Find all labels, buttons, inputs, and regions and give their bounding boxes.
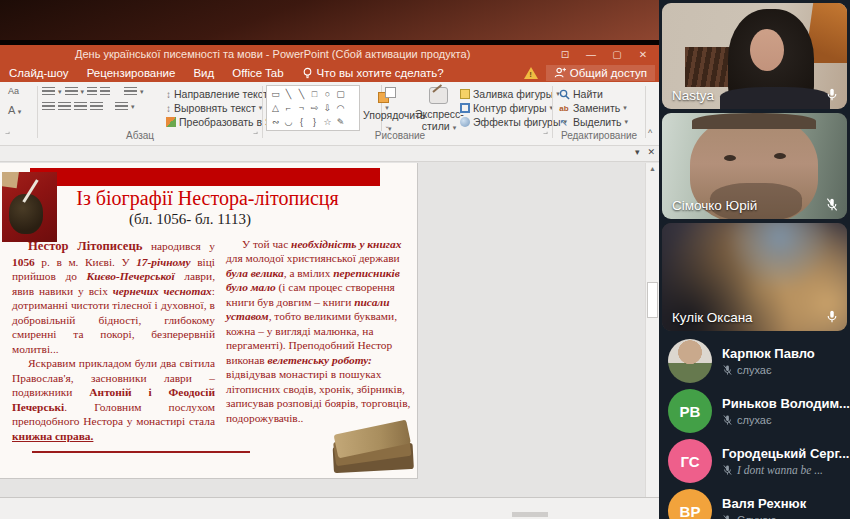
shape-icon[interactable]: ▭ xyxy=(269,88,282,101)
shape-icon[interactable]: ∾ xyxy=(269,116,282,129)
participant-name: Карпюк Павло xyxy=(722,346,815,361)
align-text-icon: ↕ xyxy=(166,103,171,114)
participant-list-item[interactable]: ГС Городецький Серг... I dont wanna be .… xyxy=(659,436,850,486)
justify-icon[interactable] xyxy=(90,102,103,112)
notes-pane[interactable] xyxy=(0,497,659,519)
participant-name: Риньков Володим... xyxy=(722,396,844,411)
shape-icon[interactable]: ◠ xyxy=(334,102,347,115)
shape-effects-icon xyxy=(460,117,470,127)
shape-icon[interactable]: ⌐ xyxy=(282,102,295,115)
slide-subtitle[interactable]: (бл. 1056- бл. 1113) xyxy=(25,211,355,228)
slide-left-column[interactable]: Нестор Літописець народився у 1056 р. в … xyxy=(12,239,215,443)
shape-effects-label: Эффекты фигуры xyxy=(473,116,561,128)
editing-group-label: Редактирование xyxy=(556,130,642,141)
tell-me-box[interactable]: Что вы хотите сделать? xyxy=(293,67,453,79)
messagebar-close-icon[interactable]: ✕ xyxy=(647,147,655,157)
arrange-button[interactable]: Упорядочить xyxy=(363,109,419,121)
select-button[interactable]: ↖ Выделить ▾ xyxy=(558,116,628,128)
menu-tab[interactable]: Рецензирование xyxy=(78,67,185,79)
shape-icon[interactable]: ╲ xyxy=(282,88,295,101)
close-icon[interactable]: ✕ xyxy=(635,49,651,60)
avatar-initials: ВР xyxy=(680,503,701,519)
ribbon-display-options-icon[interactable]: ⊡ xyxy=(557,49,573,60)
shape-icon[interactable]: ○ xyxy=(321,88,334,101)
line-spacing-icon[interactable] xyxy=(124,87,137,97)
shapes-gallery[interactable]: ▭╲╲□○▢△⌐¬⇨⇩◠∾◡{}☆✎ xyxy=(266,85,360,131)
divider xyxy=(262,86,263,138)
warning-exclamation: ! xyxy=(529,70,532,79)
participant-list-item[interactable]: ВР Валя Рехнюк Слухаю xyxy=(659,486,850,519)
collapse-ribbon-icon[interactable]: ^ xyxy=(648,128,652,138)
slide-right-column[interactable]: У той час необхідність у книгах для моло… xyxy=(226,237,415,425)
vertical-scrollbar[interactable]: ▲ xyxy=(645,163,659,497)
slide-title[interactable]: Із біографії Нестора-літописця xyxy=(25,187,390,210)
horizontal-scrollbar-thumb[interactable] xyxy=(512,512,548,517)
shape-icon[interactable]: ¬ xyxy=(295,102,308,115)
shape-icon[interactable]: ⇨ xyxy=(308,102,321,115)
person-icon xyxy=(554,67,566,79)
ribbon: Aa A ▾ ⌐ ▾ ▾ ▾ ▾ ↕ xyxy=(0,82,659,146)
shape-icon[interactable]: ⇩ xyxy=(321,102,334,115)
participant-name: Городецький Серг... xyxy=(722,446,844,461)
scroll-up-icon[interactable]: ▲ xyxy=(646,165,659,172)
columns-icon[interactable] xyxy=(115,102,128,112)
decrease-indent-icon[interactable] xyxy=(87,87,97,97)
list-buttons-row: ▾ ▾ ▾ xyxy=(42,87,144,97)
menu-tab[interactable]: Вид xyxy=(184,67,223,79)
shape-outline-button[interactable]: Контур фигуры ▾ xyxy=(460,102,553,114)
scrollbar-thumb[interactable] xyxy=(647,282,658,318)
share-button[interactable]: Общий доступ xyxy=(546,65,655,81)
clear-format-icon[interactable]: Aa xyxy=(8,86,19,96)
font-color-icon[interactable]: A ▾ xyxy=(8,104,21,116)
mic-on-icon xyxy=(825,309,839,324)
find-button[interactable]: Найти xyxy=(558,88,603,100)
slide[interactable]: Із біографії Нестора-літописця (бл. 1056… xyxy=(0,163,418,479)
video-tile-1[interactable]: Nastya xyxy=(662,3,847,109)
text-direction-label: Направление текста xyxy=(174,88,274,100)
quick-styles-label-1: Экспресс- xyxy=(415,108,463,120)
align-text-button[interactable]: ↕ Выровнять текст ▾ xyxy=(166,102,262,114)
align-center-icon[interactable] xyxy=(58,102,71,112)
numbered-list-icon[interactable] xyxy=(65,87,78,97)
participant-list-item[interactable]: Карпюк Павло слухає xyxy=(659,336,850,386)
smartart-icon xyxy=(166,117,176,127)
font-color-glyph: A xyxy=(8,104,15,116)
caret-down-icon: ▾ xyxy=(453,124,457,131)
shape-icon[interactable]: ☆ xyxy=(321,116,334,129)
participant-list-item[interactable]: РВ Риньков Володим... слухає xyxy=(659,386,850,436)
maximize-icon[interactable]: ▢ xyxy=(609,49,625,60)
quick-styles-button[interactable]: Экспресс- стили ▾ xyxy=(415,108,463,132)
messagebar-dropdown-icon[interactable]: ▾ xyxy=(635,147,640,157)
menu-tab[interactable]: Office Tab xyxy=(223,67,292,79)
slide-divider-line xyxy=(32,451,250,453)
replace-button[interactable]: ab Заменить ▾ xyxy=(558,102,627,114)
drawing-dialog-launcher-icon[interactable]: ⌐ xyxy=(543,129,548,138)
shape-effects-button[interactable]: Эффекты фигуры ▾ xyxy=(460,116,567,128)
avatar: ГС xyxy=(668,439,712,483)
warning-icon[interactable]: ! xyxy=(524,67,538,79)
align-right-icon[interactable] xyxy=(74,102,87,112)
participants-sidebar: Nastya Сімочко Юрій Кулік Оксана xyxy=(659,0,850,519)
shape-fill-button[interactable]: Заливка фигуры ▾ xyxy=(460,88,560,100)
divider xyxy=(552,86,553,138)
video-tile-2[interactable]: Сімочко Юрій xyxy=(662,113,847,219)
caret-down-icon: ▾ xyxy=(18,108,22,115)
increase-indent-icon[interactable] xyxy=(100,87,110,97)
paragraph-dialog-launcher-icon[interactable]: ⌐ xyxy=(253,129,258,138)
font-dialog-launcher-icon[interactable]: ⌐ xyxy=(5,129,10,138)
menu-tab[interactable]: Слайд-шоу xyxy=(0,67,78,79)
screen: День української писемності та мови - Po… xyxy=(0,0,850,519)
shape-icon[interactable]: ✎ xyxy=(334,116,347,129)
shape-icon[interactable]: △ xyxy=(269,102,282,115)
paragraph-group-label: Абзац xyxy=(100,130,180,141)
minimize-icon[interactable]: — xyxy=(583,49,599,60)
shape-icon[interactable]: ▢ xyxy=(334,88,347,101)
align-left-icon[interactable] xyxy=(42,102,55,112)
video-tile-3[interactable]: Кулік Оксана xyxy=(662,223,847,331)
bullet-list-icon[interactable] xyxy=(42,87,55,97)
shape-icon[interactable]: ◡ xyxy=(282,116,295,129)
shape-icon[interactable]: □ xyxy=(308,88,321,101)
shape-icon[interactable]: ╲ xyxy=(295,88,308,101)
shape-icon[interactable]: { xyxy=(295,116,308,129)
shape-icon[interactable]: } xyxy=(308,116,321,129)
